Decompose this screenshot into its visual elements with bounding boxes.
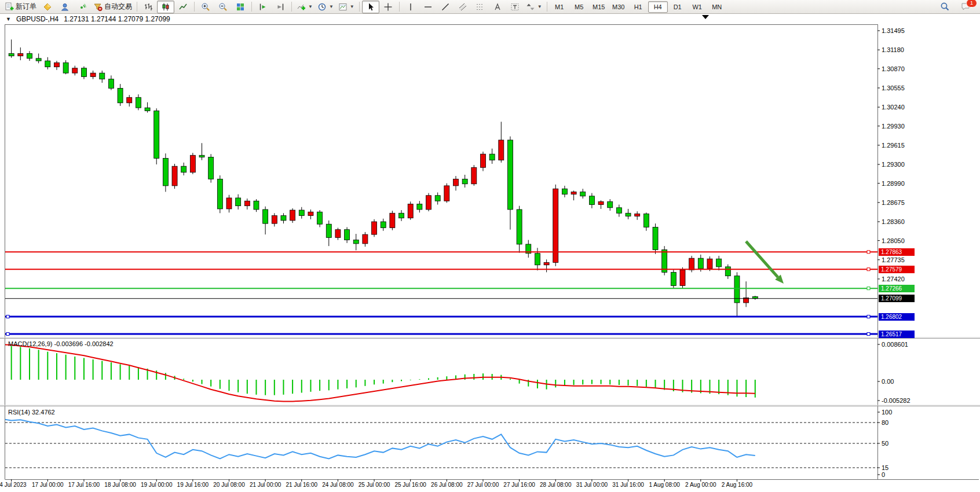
- svg-text:1.28360: 1.28360: [882, 218, 905, 225]
- timeframe-m30-button[interactable]: M30: [609, 1, 628, 13]
- time-axis[interactable]: 14 Jul 202317 Jul 00:0017 Jul 16:0018 Ju…: [0, 479, 753, 488]
- zoom-in-icon: [201, 2, 210, 12]
- chart-shift-marker[interactable]: [702, 15, 709, 19]
- separator: [137, 2, 137, 12]
- svg-text:17 Jul 16:00: 17 Jul 16:00: [68, 482, 100, 488]
- chart-ohlc-values: 1.27131 1.27144 1.27079 1.27099: [64, 15, 170, 23]
- svg-text:1.31180: 1.31180: [882, 46, 904, 53]
- timeframe-m15-button[interactable]: M15: [589, 1, 609, 13]
- svg-text:0: 0: [882, 471, 885, 478]
- price-level-badge: 1.27266: [879, 285, 915, 292]
- svg-text:31 Jul 00:00: 31 Jul 00:00: [576, 482, 608, 488]
- periods-button[interactable]: ▼: [315, 1, 336, 13]
- search-button[interactable]: [936, 1, 953, 13]
- search-icon: [940, 2, 950, 12]
- svg-text:0.008601: 0.008601: [882, 341, 908, 348]
- zoom-out-button[interactable]: [214, 1, 232, 13]
- chart-title-bar[interactable]: ▼ GBPUSD-,H4 1.27131 1.27144 1.27079 1.2…: [6, 14, 170, 24]
- trend-arrow-annotation[interactable]: [746, 241, 784, 284]
- signals-button[interactable]: [74, 1, 91, 13]
- timeframe-w1-button[interactable]: W1: [688, 1, 707, 13]
- cursor-button[interactable]: [362, 1, 379, 13]
- bar-chart-icon: [144, 2, 153, 12]
- line-chart-button[interactable]: [174, 1, 192, 13]
- svg-text:18 Jul 08:00: 18 Jul 08:00: [104, 482, 136, 488]
- bar-chart-button[interactable]: [140, 1, 157, 13]
- tile-windows-button[interactable]: [232, 1, 249, 13]
- tile-windows-icon: [236, 2, 245, 12]
- svg-text:1.29930: 1.29930: [882, 123, 905, 130]
- trendline-button[interactable]: [437, 1, 454, 13]
- timeframe-h4-button[interactable]: H4: [648, 1, 668, 13]
- timeframe-d1-button[interactable]: D1: [668, 1, 688, 13]
- chevron-down-icon: ▼: [308, 4, 313, 9]
- price-chart[interactable]: 1.314951.311801.308701.305551.302401.299…: [0, 0, 980, 492]
- hline-handle[interactable]: [867, 333, 870, 336]
- hline-handle[interactable]: [867, 268, 870, 271]
- svg-text:21 Jul 00:00: 21 Jul 00:00: [250, 482, 281, 488]
- zoom-in-button[interactable]: [197, 1, 214, 13]
- timeframe-m1-button[interactable]: M1: [550, 1, 569, 13]
- candlestick-chart-button[interactable]: [157, 1, 174, 13]
- svg-text:19 Jul 00:00: 19 Jul 00:00: [141, 482, 173, 488]
- hline-handle[interactable]: [867, 287, 870, 290]
- hline-handle[interactable]: [867, 315, 870, 318]
- macd-label: MACD(12,26,9) -0.003696 -0.002842: [8, 340, 114, 347]
- rsi-label: RSI(14) 32.4762: [8, 409, 55, 416]
- hline-objects[interactable]: [5, 251, 877, 336]
- svg-text:-0.005282: -0.005282: [882, 397, 910, 404]
- svg-text:17 Jul 00:00: 17 Jul 00:00: [32, 482, 64, 488]
- auto-trading-button[interactable]: 自动交易: [91, 1, 134, 13]
- line-chart-icon: [178, 2, 188, 12]
- text-label-button[interactable]: [506, 1, 524, 13]
- market-icon: [60, 2, 70, 12]
- auto-trading-label: 自动交易: [104, 2, 132, 12]
- price-level-badge: 1.27863: [879, 248, 915, 256]
- chart-shift-button[interactable]: [272, 1, 289, 13]
- notifications-button[interactable]: 1: [957, 1, 974, 13]
- equidistant-channel-button[interactable]: [454, 1, 471, 13]
- vertical-line-button[interactable]: [402, 1, 419, 13]
- svg-text:28 Jul 08:00: 28 Jul 08:00: [540, 482, 572, 488]
- metaeditor-icon: [43, 2, 52, 12]
- hline-handle[interactable]: [867, 251, 870, 254]
- horizontal-line-button[interactable]: [419, 1, 437, 13]
- svg-text:50: 50: [882, 440, 888, 447]
- metaeditor-button[interactable]: [39, 1, 56, 13]
- auto-scroll-button[interactable]: [254, 1, 272, 13]
- fibonacci-button[interactable]: [471, 1, 489, 13]
- svg-text:25 Jul 16:00: 25 Jul 16:00: [394, 482, 426, 488]
- auto-trading-icon: [93, 2, 103, 12]
- price-level-badge: 1.26802: [879, 313, 915, 321]
- svg-text:24 Jul 08:00: 24 Jul 08:00: [322, 482, 354, 488]
- hline-handle[interactable]: [6, 315, 9, 318]
- new-order-button[interactable]: 新订单: [2, 1, 39, 13]
- timeframe-h1-button[interactable]: H1: [628, 1, 648, 13]
- candles: [0, 39, 758, 317]
- svg-text:1.28990: 1.28990: [882, 180, 905, 187]
- trendline-icon: [441, 2, 450, 12]
- templates-button[interactable]: ▼: [336, 1, 357, 13]
- svg-text:80: 80: [882, 419, 888, 426]
- text-icon: [493, 2, 502, 12]
- zoom-out-icon: [218, 2, 228, 12]
- indicators-button[interactable]: ▼: [294, 1, 315, 13]
- chart-dropdown-icon[interactable]: ▼: [6, 16, 11, 22]
- chart-shift-icon: [276, 2, 285, 12]
- crosshair-button[interactable]: [379, 1, 397, 13]
- svg-text:0.00: 0.00: [882, 378, 894, 385]
- hline-handle[interactable]: [6, 333, 9, 336]
- svg-text:14 Jul 2023: 14 Jul 2023: [0, 482, 27, 488]
- timeframe-mn-button[interactable]: MN: [707, 1, 727, 13]
- text-button[interactable]: [489, 1, 506, 13]
- separator: [251, 2, 252, 12]
- svg-text:1.27420: 1.27420: [882, 276, 905, 282]
- arrows-button[interactable]: ▼: [524, 1, 544, 13]
- market-button[interactable]: [56, 1, 74, 13]
- new-order-label: 新订单: [16, 2, 36, 12]
- svg-text:1.29615: 1.29615: [882, 142, 905, 149]
- svg-text:19 Jul 16:00: 19 Jul 16:00: [177, 482, 209, 488]
- rsi-indicator: [2, 419, 877, 468]
- separator: [547, 2, 547, 12]
- timeframe-m5-button[interactable]: M5: [569, 1, 589, 13]
